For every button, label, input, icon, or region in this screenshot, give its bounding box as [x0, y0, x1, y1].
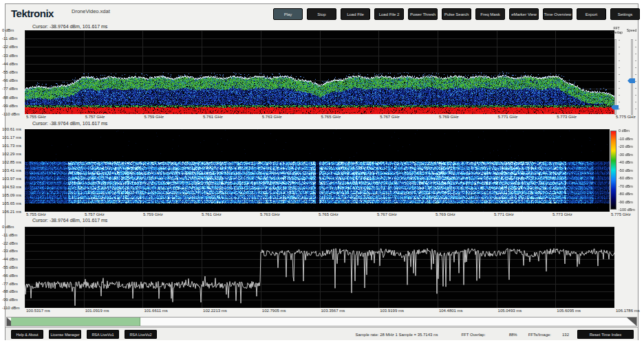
spectrum-y-axis: 0 dBm-11 dBm-22 dBm-33 dBm-44 dBm-55 dBm…: [0, 30, 23, 114]
fft-overlap-slider-ticks: [619, 40, 620, 114]
x-tick-label: 5.771 GHz: [493, 212, 514, 216]
reset-time-index-button[interactable]: Reset Time Index: [577, 330, 634, 339]
y-tick-label: -33 dBm: [2, 54, 18, 58]
status-readouts: Sample rate: 28 MHz 1 Sample = 35.7143 n…: [355, 330, 634, 339]
status-button-rsa-livevu2[interactable]: RSA LiveVu2: [125, 330, 157, 339]
toolbar-button-settings[interactable]: Settings: [610, 8, 640, 20]
y-tick-label: -110 dBm: [2, 112, 20, 116]
x-tick-label: 5.767 GHz: [376, 212, 397, 216]
x-tick-label: 103.3567 ms: [320, 309, 345, 313]
status-button-help-about[interactable]: Help & About: [11, 330, 43, 339]
y-tick-label: -99 dBm: [2, 104, 18, 108]
fft-overlap-status-value: 88%: [509, 333, 517, 337]
x-tick-label: 5.771 GHz: [497, 115, 518, 119]
status-button-rsa-livevu1[interactable]: RSA LiveVu1: [87, 330, 119, 339]
amplitude-vs-time-plot[interactable]: [25, 227, 614, 308]
status-button-license-manager[interactable]: License Manager: [49, 330, 81, 339]
x-tick-label: 5.767 GHz: [378, 115, 400, 119]
y-tick-label: 101.17 ms: [2, 135, 21, 140]
x-tick-label: 5.763 GHz: [259, 212, 280, 216]
y-tick-label: -22 dBm: [2, 45, 18, 49]
x-tick-label: 100.5317 ms: [25, 309, 50, 313]
y-tick-label: 106.21 ms: [2, 210, 21, 214]
x-tick-label: 5.759 GHz: [142, 115, 164, 119]
y-tick-label: -55 dBm: [2, 70, 18, 74]
x-tick-label: 5.763 GHz: [261, 115, 282, 119]
x-tick-label: 5.765 GHz: [317, 212, 339, 216]
colorbar-tick-label: -20 dBm: [619, 144, 633, 148]
x-tick-label: 104.4801 ms: [438, 309, 463, 313]
y-tick-label: 105.65 ms: [2, 201, 21, 205]
y-tick-label: 0 dBm: [2, 28, 14, 32]
x-tick-label: 5.775 GHz: [610, 212, 631, 216]
toolbar-button-stop[interactable]: Stop: [307, 8, 336, 20]
y-tick-label: -11 dBm: [2, 233, 17, 237]
toolbar-button-power-thresh[interactable]: Power Thresh: [408, 8, 438, 20]
y-tick-label: -66 dBm: [2, 274, 18, 278]
speed-slider-track: [631, 39, 633, 115]
y-tick-label: 101.73 ms: [2, 144, 21, 148]
colorbar-tick-label: -10 dBm: [619, 137, 633, 141]
y-tick-label: -11 dBm: [2, 36, 17, 41]
toolbar-button-pulse-search[interactable]: Pulse Search: [442, 8, 471, 20]
ffts-per-image-label: FFTs/Image:: [528, 333, 551, 337]
fft-overlap-slider-track: [614, 39, 616, 115]
amplitude-y-axis: 0 dBm-11 dBm-22 dBm-33 dBm-44 dBm-55 dBm…: [0, 227, 23, 308]
x-tick-label: 102.2213 ms: [202, 309, 227, 313]
y-tick-label: -66 dBm: [2, 78, 18, 82]
toolbar-button-time-overview[interactable]: Time Overview: [543, 8, 572, 20]
sample-rate-readout: Sample rate: 28 MHz 1 Sample = 35.7143 n…: [355, 333, 438, 337]
x-tick-label: 5.773 GHz: [551, 212, 572, 216]
x-tick-label: 5.765 GHz: [320, 115, 341, 119]
amplitude-x-axis: 100.5317 ms101.0919 ms101.6611 ms102.221…: [25, 309, 614, 315]
y-tick-label: 104.53 ms: [2, 185, 21, 189]
y-tick-label: 102.29 ms: [2, 152, 21, 156]
loaded-file-name: DroneVideo.xdat: [72, 8, 110, 14]
toolbar-button-play[interactable]: Play: [273, 8, 303, 20]
y-tick-label: -77 dBm: [2, 87, 18, 91]
y-tick-label: 0 dBm: [2, 225, 14, 229]
colorbar-labels: 0 dBm-10 dBm-20 dBm-30 dBm-40 dBm-50 dBm…: [617, 131, 643, 210]
x-tick-label: 5.775 GHz: [614, 115, 636, 119]
x-tick-label: 106.1786 ms: [614, 309, 640, 313]
y-tick-label: 103.97 ms: [2, 177, 21, 181]
spectrogram-y-axis: 100.61 ms101.17 ms101.73 ms102.29 ms102.…: [0, 129, 23, 212]
colorbar-tick-label: -90 dBm: [619, 200, 633, 204]
toolbar-button-export[interactable]: Export: [577, 8, 606, 20]
cursor-readout-amplitude: Cursor: -38.9764 dBm, 101.617 ms: [32, 218, 107, 223]
x-tick-label: 105.6095 ms: [555, 309, 581, 313]
spectrogram-plot[interactable]: [25, 129, 610, 212]
x-tick-label: 101.6611 ms: [142, 309, 167, 313]
x-tick-label: 5.769 GHz: [434, 212, 455, 216]
x-tick-label: 105.0493 ms: [497, 309, 522, 313]
status-buttons: Help & AboutLicense ManagerRSA LiveVu1RS…: [11, 330, 157, 339]
y-tick-label: -44 dBm: [2, 62, 18, 66]
y-tick-label: -88 dBm: [2, 290, 18, 294]
toolbar-button-emarker-view[interactable]: eMarker View: [509, 8, 539, 20]
toolbar-button-freq-mask[interactable]: Freq Mask: [475, 8, 505, 20]
toolbar-button-load-file-2[interactable]: Load File 2: [374, 8, 404, 20]
y-tick-label: -88 dBm: [2, 96, 18, 100]
dpx-spectrum-plot[interactable]: [25, 30, 614, 114]
time-scrollbar: [6, 317, 637, 326]
scrollbar-thumb[interactable]: [11, 318, 140, 326]
x-tick-label: 5.759 GHz: [142, 212, 163, 216]
spectrogram-x-axis: 5.755 GHz5.757 GHz5.759 GHz5.761 GHz5.76…: [25, 212, 610, 219]
x-tick-label: 102.7905 ms: [261, 309, 286, 313]
speed-slider-ticks: [635, 40, 636, 114]
x-tick-label: 103.9199 ms: [378, 309, 404, 313]
x-tick-label: 5.761 GHz: [200, 212, 222, 216]
y-tick-label: 100.61 ms: [2, 127, 21, 131]
colorbar-tick-label: -30 dBm: [619, 153, 633, 157]
tektronix-logo: Tektronix: [11, 8, 54, 19]
x-tick-label: 101.0919 ms: [84, 309, 109, 313]
colorbar-tick-label: -80 dBm: [619, 192, 633, 196]
colorbar-tick-label: -40 dBm: [619, 160, 633, 164]
y-tick-label: -33 dBm: [2, 249, 18, 254]
status-bar: Help & AboutLicense ManagerRSA LiveVu1RS…: [6, 327, 638, 340]
y-tick-label: 102.85 ms: [2, 160, 21, 164]
colorbar-tick-label: -50 dBm: [619, 168, 633, 172]
toolbar-button-load-file[interactable]: Load File: [341, 8, 370, 20]
spectrum-x-axis: 5.755 GHz5.757 GHz5.759 GHz5.761 GHz5.76…: [25, 115, 614, 121]
x-tick-label: 5.755 GHz: [25, 115, 46, 119]
